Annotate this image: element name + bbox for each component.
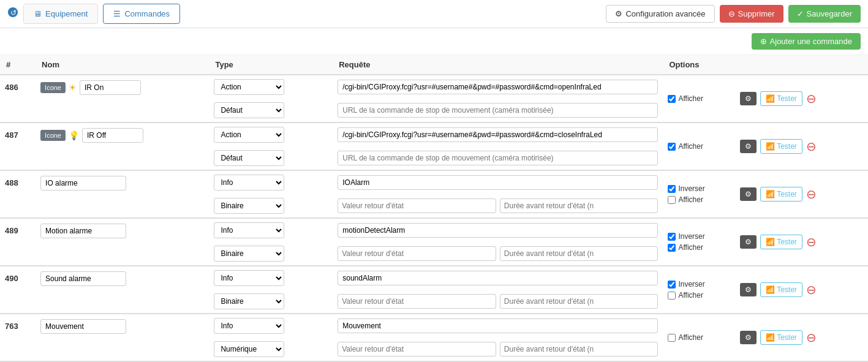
req2-input[interactable]	[338, 151, 658, 165]
name-input[interactable]	[40, 176, 126, 190]
val-retour-input[interactable]	[338, 198, 496, 213]
remove-button[interactable]: ⊖	[806, 92, 817, 105]
tester-button[interactable]: 📶 Tester	[760, 330, 802, 345]
sauvegarder-label: Sauvegarder	[807, 9, 852, 18]
settings-button[interactable]: ⚙	[740, 283, 757, 296]
req-input-cell	[333, 170, 663, 194]
afficher-checkbox-label[interactable]: Afficher	[668, 195, 730, 204]
afficher-checkbox[interactable]	[668, 292, 676, 300]
tester-button[interactable]: 📶 Tester	[760, 187, 802, 202]
options-cell: InverserAfficher	[663, 266, 735, 314]
commands-table: # Nom Type Requête Options 486Icone☀Acti…	[0, 55, 868, 362]
afficher-checkbox[interactable]	[668, 244, 676, 252]
settings-button[interactable]: ⚙	[740, 92, 757, 105]
col-actions-empty	[735, 55, 868, 75]
row-name-cell: Icone☀	[36, 75, 209, 123]
inverser-checkbox-label[interactable]: Inverser	[668, 232, 730, 241]
supprimer-button[interactable]: ⊖ Supprimer	[720, 5, 783, 23]
type-select[interactable]: ActionInfo	[214, 127, 284, 143]
type-select[interactable]: ActionInfo	[214, 222, 284, 238]
inverser-checkbox[interactable]	[668, 233, 676, 241]
req2-cell	[333, 99, 663, 123]
req2-input[interactable]	[338, 103, 658, 118]
req-input[interactable]	[338, 127, 658, 142]
top-right-actions: ⚙ Configuration avancée ⊖ Supprimer ✓ Sa…	[606, 5, 861, 23]
subtype-select[interactable]: Défaut	[214, 102, 284, 118]
req-input[interactable]	[338, 271, 658, 285]
duree-retour-input[interactable]	[500, 198, 659, 213]
subtype-select[interactable]: BinaireNumériqueAutre	[214, 341, 284, 357]
sauvegarder-button[interactable]: ✓ Sauvegarder	[788, 5, 861, 23]
row-name-cell	[36, 218, 209, 266]
tester-button[interactable]: 📶 Tester	[760, 282, 802, 297]
ajouter-commande-button[interactable]: ⊕ Ajouter une commande	[752, 33, 861, 50]
subtype-select[interactable]: BinaireNumériqueAutre	[214, 246, 284, 262]
type-select[interactable]: ActionInfo	[214, 270, 284, 286]
tester-button[interactable]: 📶 Tester	[760, 139, 802, 154]
tester-button[interactable]: 📶 Tester	[760, 235, 802, 249]
options-cell: InverserAfficher	[663, 218, 735, 266]
afficher-checkbox-label[interactable]: Afficher	[668, 291, 730, 300]
afficher-checkbox[interactable]	[668, 143, 676, 151]
req-input[interactable]	[338, 80, 658, 94]
actions-cell: ⚙📶 Tester⊖	[735, 123, 868, 170]
afficher-checkbox-label[interactable]: Afficher	[668, 243, 730, 252]
back-button[interactable]: ↺	[7, 7, 18, 21]
duree-retour-input[interactable]	[500, 294, 659, 309]
inverser-checkbox-label[interactable]: Inverser	[668, 280, 730, 288]
config-avancee-button[interactable]: ⚙ Configuration avancée	[606, 5, 714, 23]
afficher-checkbox-label[interactable]: Afficher	[668, 142, 730, 151]
settings-button[interactable]: ⚙	[740, 187, 757, 201]
afficher-checkbox-label[interactable]: Afficher	[668, 94, 730, 103]
afficher-checkbox[interactable]	[668, 334, 676, 342]
remove-button[interactable]: ⊖	[806, 140, 817, 153]
equipement-icon: 🖥	[34, 9, 42, 18]
req-input[interactable]	[338, 223, 658, 238]
type-select[interactable]: ActionInfo	[214, 79, 284, 95]
inverser-checkbox[interactable]	[668, 281, 676, 288]
settings-button[interactable]: ⚙	[740, 235, 757, 249]
req-input[interactable]	[338, 319, 658, 333]
tab-commandes-label: Commandes	[124, 9, 170, 18]
tester-button[interactable]: 📶 Tester	[760, 91, 802, 106]
type-select[interactable]: ActionInfo	[214, 175, 284, 190]
settings-button[interactable]: ⚙	[740, 140, 757, 153]
icone-label: Icone	[40, 130, 66, 141]
remove-button[interactable]: ⊖	[806, 331, 817, 344]
afficher-checkbox[interactable]	[668, 95, 676, 103]
name-input[interactable]	[80, 80, 141, 95]
subtype-select[interactable]: BinaireNumériqueAutre	[214, 293, 284, 309]
subtype-select[interactable]: BinaireNumériqueAutre	[214, 198, 284, 214]
sauvegarder-icon: ✓	[797, 9, 804, 18]
val-retour-input[interactable]	[338, 246, 496, 261]
settings-button[interactable]: ⚙	[740, 331, 757, 344]
add-icon: ⊕	[760, 37, 767, 46]
subtype-select-cell: BinaireNumériqueAutre	[209, 242, 333, 266]
subtype-select[interactable]: Défaut	[214, 150, 284, 166]
remove-button[interactable]: ⊖	[806, 188, 817, 200]
remove-button[interactable]: ⊖	[806, 284, 817, 296]
options-cell: InverserAfficher	[663, 170, 735, 218]
val-retour-input[interactable]	[338, 294, 496, 309]
name-input[interactable]	[40, 271, 126, 286]
inverser-checkbox[interactable]	[668, 185, 676, 193]
name-input[interactable]	[40, 224, 126, 238]
afficher-checkbox[interactable]	[668, 196, 676, 204]
duree-retour-input[interactable]	[500, 246, 659, 261]
val-retour-input[interactable]	[338, 342, 496, 356]
remove-button[interactable]: ⊖	[806, 236, 817, 248]
duree-retour-input[interactable]	[500, 342, 659, 356]
col-hash: #	[0, 55, 36, 75]
afficher-checkbox-label[interactable]: Afficher	[668, 333, 730, 342]
tab-equipement[interactable]: 🖥 Equipement	[23, 4, 98, 24]
row-name-cell	[36, 170, 209, 218]
inverser-checkbox-label[interactable]: Inverser	[668, 184, 730, 193]
row-id: 490	[0, 266, 36, 314]
subtype-select-cell: Défaut	[209, 146, 333, 170]
type-select-cell: ActionInfo	[209, 218, 333, 242]
name-input[interactable]	[82, 128, 143, 143]
req-input[interactable]	[338, 175, 658, 190]
tab-commandes[interactable]: ☰ Commandes	[103, 4, 180, 24]
name-input[interactable]	[40, 319, 126, 334]
type-select[interactable]: ActionInfo	[214, 318, 284, 334]
